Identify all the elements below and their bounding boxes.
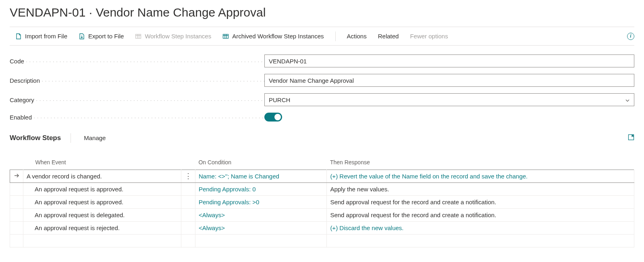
import-label: Import from File [25, 33, 67, 40]
category-select[interactable]: PURCH [264, 93, 634, 106]
table-row[interactable]: An approval request is approved.Pending … [10, 196, 634, 209]
fewer-options-label: Fewer options [410, 33, 448, 40]
svg-rect-1 [223, 34, 229, 38]
workflow-steps-grid: When Event On Condition Then Response A … [10, 156, 634, 247]
page-title: VENDAPN-01 · Vendor Name Change Approval [10, 0, 634, 27]
row-menu[interactable] [181, 235, 195, 247]
export-label: Export to File [88, 33, 124, 40]
manage-menu[interactable]: Manage [81, 133, 109, 143]
row-selector[interactable] [10, 196, 23, 209]
row-selector[interactable] [10, 183, 23, 196]
table-row[interactable]: An approval request is delegated.<Always… [10, 209, 634, 222]
response-cell[interactable]: Send approval request for the record and… [327, 209, 634, 222]
awfsi-label: Archived Workflow Step Instances [232, 33, 324, 40]
workflow-steps-header: Workflow Steps Manage [10, 128, 634, 145]
condition-cell[interactable]: Name: <>''; Name is Changed [195, 170, 326, 183]
event-cell[interactable]: A vendor record is changed. [23, 170, 181, 183]
condition-cell[interactable]: Pending Approvals: 0 [195, 183, 326, 196]
col-header-condition[interactable]: On Condition [195, 156, 326, 170]
document-import-icon [15, 33, 22, 40]
workflow-step-instances-button: Workflow Step Instances [129, 30, 217, 42]
code-label: Code [10, 58, 264, 65]
col-header-response[interactable]: Then Response [327, 156, 634, 170]
table-row[interactable]: An approval request is rejected.<Always>… [10, 222, 634, 235]
row-selector[interactable] [10, 170, 23, 183]
condition-cell[interactable] [195, 235, 326, 247]
arrow-right-icon [13, 173, 20, 180]
import-from-file-button[interactable]: Import from File [10, 30, 73, 42]
related-label: Related [378, 33, 399, 40]
table-row[interactable] [10, 235, 634, 247]
table-archived-icon [222, 33, 229, 40]
condition-cell[interactable]: Pending Approvals: >0 [195, 196, 326, 209]
condition-cell[interactable]: <Always> [195, 209, 326, 222]
document-export-icon [79, 33, 85, 40]
response-cell[interactable]: (+) Discard the new values. [327, 222, 634, 235]
row-menu[interactable] [181, 209, 195, 222]
enabled-label: Enabled [10, 114, 264, 121]
toolbar-separator [335, 31, 336, 41]
condition-cell[interactable]: <Always> [195, 222, 326, 235]
row-selector[interactable] [10, 235, 23, 247]
response-cell[interactable]: Send approval request for the record and… [327, 196, 634, 209]
toolbar: Import from File Export to File Workflow… [10, 27, 634, 46]
response-cell[interactable] [327, 235, 634, 247]
table-row[interactable]: An approval request is approved.Pending … [10, 183, 634, 196]
response-cell[interactable]: Apply the new values. [327, 183, 634, 196]
svg-rect-0 [136, 34, 141, 38]
col-header-event[interactable]: When Event [23, 156, 181, 170]
info-icon[interactable]: i [627, 33, 634, 40]
row-menu[interactable] [181, 196, 195, 209]
chevron-down-icon [625, 97, 630, 102]
row-selector[interactable] [10, 209, 23, 222]
table-icon [135, 33, 141, 40]
code-field[interactable] [264, 54, 634, 67]
export-to-file-button[interactable]: Export to File [73, 30, 129, 42]
workflow-steps-title: Workflow Steps [10, 134, 61, 142]
enabled-toggle[interactable] [264, 113, 282, 122]
event-cell[interactable]: An approval request is rejected. [23, 222, 181, 235]
event-cell[interactable]: An approval request is approved. [23, 183, 181, 196]
category-label: Category [10, 96, 264, 103]
actions-label: Actions [347, 33, 367, 40]
vertical-dots-icon: ⋮ [185, 172, 192, 180]
response-cell[interactable]: (+) Revert the value of the Name field o… [327, 170, 634, 183]
table-row[interactable]: A vendor record is changed.⋮Name: <>''; … [10, 170, 634, 183]
event-cell[interactable]: An approval request is delegated. [23, 209, 181, 222]
description-label: Description [10, 77, 264, 84]
form-area: Code Description Category PURCH Enabled [10, 46, 634, 122]
row-selector[interactable] [10, 222, 23, 235]
row-menu[interactable] [181, 222, 195, 235]
related-menu[interactable]: Related [372, 30, 405, 42]
archived-workflow-step-instances-button[interactable]: Archived Workflow Step Instances [217, 30, 329, 42]
row-menu[interactable] [181, 183, 195, 196]
row-menu[interactable]: ⋮ [181, 170, 195, 183]
event-cell[interactable] [23, 235, 181, 247]
wfsi-label: Workflow Step Instances [145, 33, 211, 40]
description-field[interactable] [264, 74, 634, 87]
event-cell[interactable]: An approval request is approved. [23, 196, 181, 209]
actions-menu[interactable]: Actions [341, 30, 372, 42]
fewer-options-button[interactable]: Fewer options [404, 30, 453, 42]
category-value: PURCH [269, 96, 290, 103]
expand-icon[interactable] [628, 134, 634, 142]
toggle-knob [274, 114, 281, 120]
